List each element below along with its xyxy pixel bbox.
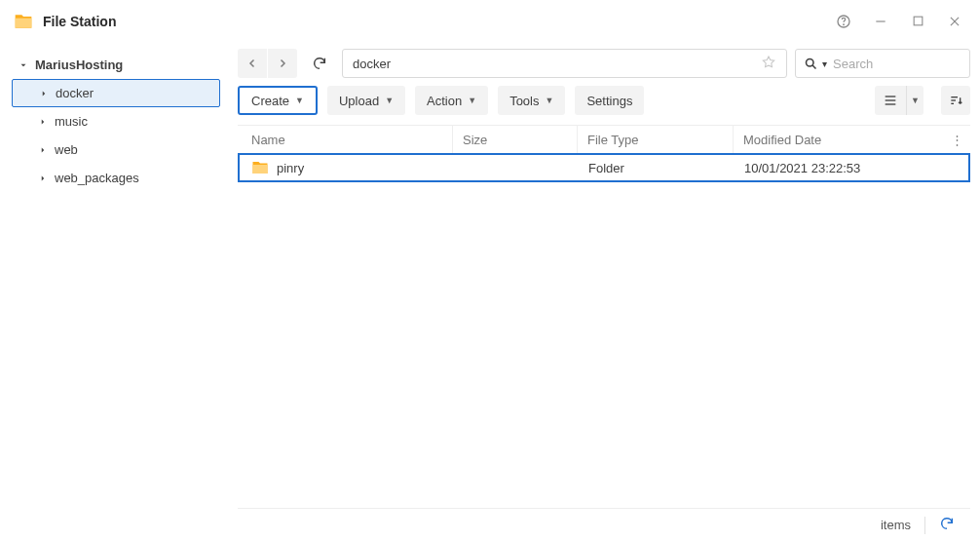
caret-down-icon	[18, 59, 29, 71]
reload-button[interactable]	[305, 49, 334, 78]
search-icon	[804, 57, 818, 71]
tree-item-label: docker	[56, 86, 94, 100]
help-button[interactable]	[832, 10, 855, 33]
tools-button[interactable]: Tools▼	[498, 86, 565, 115]
table-header: Name Size File Type Modified Date ⋮	[238, 125, 970, 154]
tree-item-docker[interactable]: docker	[12, 79, 220, 107]
cell-name: pinry	[277, 161, 304, 175]
column-menu-button[interactable]: ⋮	[943, 133, 970, 147]
caret-right-icon	[37, 173, 49, 184]
sidebar: MariusHosting docker music web web_packa…	[0, 43, 232, 541]
folder-icon	[251, 159, 269, 176]
caret-right-icon	[38, 88, 50, 99]
maximize-button[interactable]	[906, 10, 929, 33]
path-text: docker	[353, 57, 761, 71]
tree-item-web-packages[interactable]: web_packages	[12, 164, 220, 192]
nav-forward-button[interactable]	[268, 49, 297, 78]
tree-item-web[interactable]: web	[12, 135, 220, 164]
view-mode-group: ▼	[875, 86, 923, 115]
cell-size	[454, 155, 579, 180]
app-folder-icon	[14, 12, 33, 31]
main-panel: docker ▾ Search Create▼ Upload▼ Action▼	[232, 43, 980, 541]
path-input[interactable]: docker	[342, 49, 787, 78]
status-refresh-button[interactable]	[939, 516, 955, 534]
titlebar: File Station	[0, 0, 980, 43]
view-mode-dropdown[interactable]: ▼	[906, 86, 923, 115]
tree-root-label: MariusHosting	[35, 58, 123, 72]
settings-button[interactable]: Settings	[575, 86, 644, 115]
status-bar: items	[238, 508, 970, 541]
nav-back-button[interactable]	[238, 49, 267, 78]
table-row[interactable]: pinry Folder 10/01/2021 23:22:53	[238, 153, 970, 182]
favorite-star-icon[interactable]	[761, 55, 776, 73]
tree-root[interactable]: MariusHosting	[12, 51, 220, 79]
list-view-button[interactable]	[875, 86, 906, 115]
svg-point-1	[844, 24, 845, 25]
caret-right-icon	[37, 144, 49, 156]
column-header-type[interactable]: File Type	[577, 126, 733, 153]
column-header-size[interactable]: Size	[452, 126, 577, 153]
app-title: File Station	[43, 14, 116, 29]
tree-item-label: web_packages	[55, 171, 139, 185]
create-button[interactable]: Create▼	[238, 86, 318, 115]
svg-point-6	[807, 58, 814, 66]
caret-right-icon	[37, 116, 49, 128]
column-header-name[interactable]: Name	[238, 133, 452, 147]
svg-rect-3	[914, 17, 923, 25]
action-button[interactable]: Action▼	[415, 86, 488, 115]
tree-item-music[interactable]: music	[12, 107, 220, 135]
search-input[interactable]: ▾ Search	[795, 49, 970, 78]
chevron-down-icon: ▾	[822, 58, 827, 69]
cell-date: 10/01/2021 23:22:53	[735, 155, 941, 180]
search-placeholder: Search	[833, 57, 873, 71]
column-header-date[interactable]: Modified Date	[733, 126, 943, 153]
items-label: items	[881, 518, 911, 532]
upload-button[interactable]: Upload▼	[327, 86, 405, 115]
cell-type: Folder	[579, 155, 735, 180]
sort-button[interactable]	[941, 86, 970, 115]
close-button[interactable]	[943, 10, 966, 33]
tree-item-label: web	[55, 142, 78, 157]
tree-item-label: music	[55, 114, 88, 129]
minimize-button[interactable]	[869, 10, 892, 33]
svg-line-7	[812, 65, 815, 68]
